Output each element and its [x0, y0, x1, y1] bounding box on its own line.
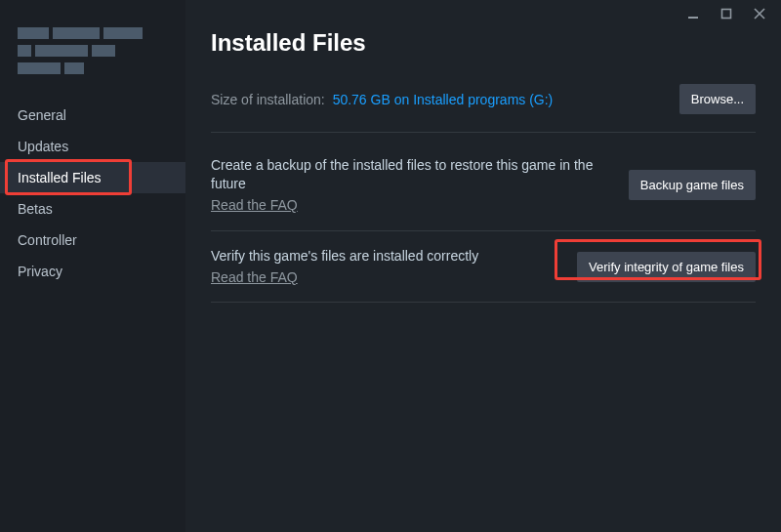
page-title: Installed Files: [211, 29, 756, 57]
sidebar-item-label: Controller: [18, 232, 77, 248]
close-button[interactable]: [752, 6, 767, 21]
window-titlebar: [685, 0, 781, 27]
size-value: 50.76 GB on Installed programs (G:): [333, 92, 554, 107]
main-content: Installed Files Size of installation: 50…: [185, 0, 781, 532]
sidebar-item-controller[interactable]: Controller: [0, 225, 185, 256]
browse-button[interactable]: Browse...: [679, 84, 756, 114]
sidebar: General Updates Installed Files Betas Co…: [0, 0, 185, 532]
installation-size-row: Size of installation: 50.76 GB on Instal…: [211, 84, 756, 133]
backup-faq-link[interactable]: Read the FAQ: [211, 196, 298, 215]
backup-description: Create a backup of the installed files t…: [211, 157, 593, 191]
svg-rect-1: [722, 10, 731, 19]
sidebar-item-general[interactable]: General: [0, 100, 185, 131]
backup-section: Create a backup of the installed files t…: [211, 146, 756, 231]
sidebar-item-label: Installed Files: [18, 170, 102, 185]
minimize-button[interactable]: [685, 6, 701, 21]
verify-integrity-button[interactable]: Verify integrity of game files: [577, 252, 756, 282]
verify-description: Verify this game's files are installed c…: [211, 248, 478, 264]
sidebar-item-betas[interactable]: Betas: [0, 193, 185, 225]
maximize-button[interactable]: [719, 6, 734, 21]
sidebar-item-label: Privacy: [18, 264, 62, 279]
verify-section: Verify this game's files are installed c…: [211, 237, 756, 304]
verify-faq-link[interactable]: Read the FAQ: [211, 268, 298, 287]
sidebar-item-updates[interactable]: Updates: [0, 131, 185, 162]
sidebar-item-label: Updates: [18, 139, 68, 154]
sidebar-item-installed-files[interactable]: Installed Files: [0, 162, 185, 193]
size-label: Size of installation:: [211, 92, 325, 107]
sidebar-item-privacy[interactable]: Privacy: [0, 256, 185, 287]
backup-game-files-button[interactable]: Backup game files: [629, 170, 756, 200]
game-title-redacted: [18, 27, 168, 74]
sidebar-item-label: Betas: [18, 201, 53, 217]
sidebar-item-label: General: [18, 107, 66, 123]
